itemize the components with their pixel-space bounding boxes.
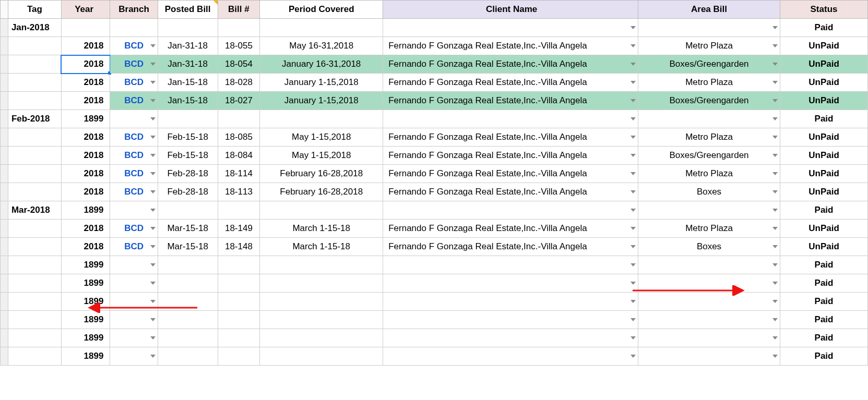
col-bill[interactable]: Bill # (218, 1, 260, 19)
chevron-down-icon[interactable] (631, 172, 636, 175)
row-gutter[interactable] (1, 165, 8, 183)
cell-client[interactable]: Fernando F Gonzaga Real Estate,Inc.-Vill… (383, 92, 638, 110)
cell-client[interactable]: Fernando F Gonzaga Real Estate,Inc.-Vill… (383, 55, 638, 74)
cell-area[interactable] (638, 329, 780, 347)
cell-posted[interactable]: Mar-15-18 (158, 220, 218, 238)
cell-year[interactable]: 2018 (61, 165, 110, 183)
row-gutter[interactable] (1, 311, 8, 329)
chevron-down-icon[interactable] (150, 227, 156, 230)
cell-period[interactable]: January 1-15,2018 (260, 92, 383, 110)
cell-year[interactable]: 2018 (61, 147, 110, 165)
cell-area[interactable]: Metro Plaza (638, 74, 780, 92)
chevron-down-icon[interactable] (772, 99, 778, 102)
chevron-down-icon[interactable] (772, 245, 778, 248)
chevron-down-icon[interactable] (772, 355, 778, 358)
cell-status[interactable]: Paid (780, 347, 868, 366)
cell-branch-text[interactable]: BCD (124, 168, 144, 178)
row-gutter[interactable] (1, 74, 8, 92)
cell-bill[interactable] (218, 201, 260, 220)
cell-area[interactable] (638, 293, 780, 311)
cell-tag[interactable] (8, 347, 61, 366)
cell-period[interactable] (260, 347, 383, 366)
chevron-down-icon[interactable] (631, 263, 636, 266)
cell-area[interactable] (638, 256, 780, 274)
chevron-down-icon[interactable] (772, 227, 778, 230)
chevron-down-icon[interactable] (772, 190, 778, 193)
cell-posted[interactable]: Feb-15-18 (158, 128, 218, 147)
chevron-down-icon[interactable] (772, 44, 778, 47)
cell-branch[interactable] (110, 347, 158, 366)
chevron-down-icon[interactable] (631, 44, 636, 47)
cell-period[interactable]: May 1-15,2018 (260, 128, 383, 147)
cell-area[interactable] (638, 201, 780, 220)
cell-status[interactable]: Paid (780, 293, 868, 311)
cell-status[interactable]: UnPaid (780, 128, 868, 147)
cell-period[interactable] (260, 293, 383, 311)
row-gutter[interactable] (1, 19, 8, 37)
cell-year[interactable]: 2018 (61, 183, 110, 201)
cell-area[interactable] (638, 347, 780, 366)
cell-status[interactable]: UnPaid (780, 183, 868, 201)
cell-period[interactable]: May 1-15,2018 (260, 147, 383, 165)
cell-client[interactable] (383, 347, 638, 366)
chevron-down-icon[interactable] (631, 26, 636, 29)
cell-year[interactable]: 1899 (61, 110, 110, 128)
cell-branch-text[interactable]: BCD (124, 132, 144, 142)
cell-branch[interactable] (110, 293, 158, 311)
cell-client[interactable]: Fernando F Gonzaga Real Estate,Inc.-Vill… (383, 183, 638, 201)
cell-year[interactable]: 1899 (61, 329, 110, 347)
cell-area[interactable] (638, 110, 780, 128)
cell-area[interactable]: Boxes/Greengarden (638, 55, 780, 74)
cell-branch[interactable]: BCD (110, 183, 158, 201)
cell-posted[interactable] (158, 256, 218, 274)
cell-year[interactable]: 1899 (61, 274, 110, 293)
chevron-down-icon[interactable] (631, 117, 636, 120)
cell-tag[interactable] (8, 55, 61, 74)
cell-year[interactable]: 2018 (61, 37, 110, 55)
col-client[interactable]: Client Name (383, 1, 638, 19)
cell-bill[interactable]: 18-028 (218, 74, 260, 92)
cell-posted[interactable]: Feb-28-18 (158, 165, 218, 183)
chevron-down-icon[interactable] (150, 154, 156, 157)
cell-tag[interactable] (8, 311, 61, 329)
cell-bill[interactable]: 18-114 (218, 165, 260, 183)
cell-branch[interactable]: BCD (110, 220, 158, 238)
chevron-down-icon[interactable] (772, 336, 778, 340)
cell-year[interactable]: 2018 (61, 92, 110, 110)
cell-tag[interactable]: Mar-2018 (8, 201, 61, 220)
cell-bill[interactable] (218, 293, 260, 311)
cell-status[interactable]: Paid (780, 19, 868, 37)
cell-year[interactable]: 1899 (61, 311, 110, 329)
cell-posted[interactable] (158, 329, 218, 347)
chevron-down-icon[interactable] (150, 172, 156, 175)
cell-period[interactable] (260, 256, 383, 274)
cell-status[interactable]: Paid (780, 329, 868, 347)
cell-client[interactable] (383, 293, 638, 311)
cell-area[interactable]: Metro Plaza (638, 128, 780, 147)
cell-year[interactable]: 2018 (61, 74, 110, 92)
chevron-down-icon[interactable] (772, 63, 778, 66)
cell-area[interactable]: Boxes/Greengarden (638, 92, 780, 110)
cell-client[interactable]: Fernando F Gonzaga Real Estate,Inc.-Vill… (383, 165, 638, 183)
cell-period[interactable] (260, 329, 383, 347)
cell-year[interactable]: 1899 (61, 293, 110, 311)
chevron-down-icon[interactable] (150, 81, 156, 84)
chevron-down-icon[interactable] (772, 136, 778, 139)
cell-area[interactable]: Metro Plaza (638, 165, 780, 183)
cell-area[interactable]: Boxes (638, 183, 780, 201)
cell-posted[interactable]: Feb-28-18 (158, 183, 218, 201)
cell-branch[interactable]: BCD (110, 238, 158, 256)
chevron-down-icon[interactable] (150, 263, 156, 266)
chevron-down-icon[interactable] (631, 99, 636, 102)
row-gutter[interactable] (1, 128, 8, 147)
row-gutter[interactable] (1, 147, 8, 165)
cell-tag[interactable]: Jan-2018 (8, 19, 61, 37)
chevron-down-icon[interactable] (150, 355, 156, 358)
cell-status[interactable]: Paid (780, 274, 868, 293)
cell-tag[interactable] (8, 74, 61, 92)
cell-posted[interactable] (158, 274, 218, 293)
cell-client[interactable]: Fernando F Gonzaga Real Estate,Inc.-Vill… (383, 147, 638, 165)
cell-bill[interactable]: 18-148 (218, 238, 260, 256)
cell-area[interactable]: Boxes/Greengarden (638, 147, 780, 165)
cell-branch[interactable]: BCD (110, 165, 158, 183)
